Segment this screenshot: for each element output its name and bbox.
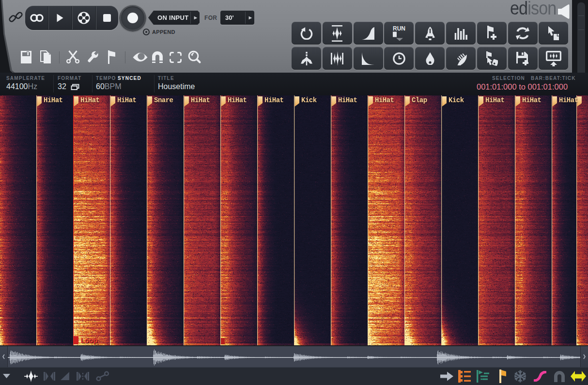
svg-text:RUN: RUN [393, 25, 405, 31]
